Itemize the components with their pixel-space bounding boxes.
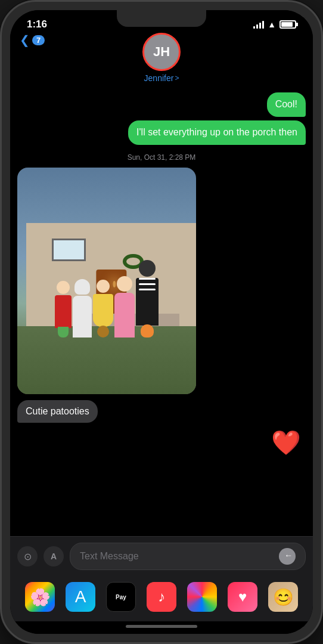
back-chevron-icon: ❮ xyxy=(20,33,30,47)
applepay-icon: Pay xyxy=(116,594,126,600)
appstore-icon: A xyxy=(75,587,86,606)
camera-icon: ⊙ xyxy=(24,551,32,562)
message-input-placeholder: Text Message xyxy=(80,551,139,562)
volume-up-button[interactable] xyxy=(0,97,2,127)
heart-emoji: ❤️ xyxy=(271,429,301,456)
camera-button[interactable]: ⊙ xyxy=(17,546,38,566)
message-bubble-porch: I'll set everything up on the porch then xyxy=(128,120,306,145)
figure-1-body xyxy=(55,295,72,328)
figure-5-head xyxy=(139,260,156,277)
figure-5-basket xyxy=(141,324,154,338)
figure-5-body xyxy=(136,278,159,326)
contact-name-text: Jennifer xyxy=(144,73,174,83)
figure-5-skeleton xyxy=(136,260,159,338)
figure-1-basket xyxy=(58,327,69,338)
battery-icon xyxy=(279,20,296,29)
skeleton-line-2 xyxy=(139,283,156,285)
avatar-ring: JH xyxy=(142,33,181,71)
contact-name[interactable]: Jennifer > xyxy=(144,73,179,83)
photos-icon: 🌸 xyxy=(30,587,51,607)
figure-3-basket xyxy=(97,326,109,338)
music-icon: ♪ xyxy=(158,589,165,605)
figure-2-head xyxy=(74,279,90,295)
status-time: 1:16 xyxy=(27,18,47,30)
figure-4-head xyxy=(117,276,132,292)
photo-container xyxy=(17,168,196,394)
message-input-area: ⊙ A Text Message ↑ xyxy=(10,536,313,576)
figure-3 xyxy=(93,280,113,338)
message-timestamp: Sun, Oct 31, 2:28 PM xyxy=(17,153,306,162)
message-text-porch: I'll set everything up on the porch then xyxy=(136,127,297,137)
dock-app-applepay[interactable]: Pay xyxy=(106,582,136,612)
figure-4 xyxy=(114,276,135,338)
figure-2-body xyxy=(73,296,92,338)
dock-app-music[interactable]: ♪ xyxy=(147,582,176,612)
home-indicator-bar[interactable] xyxy=(126,625,197,628)
apps-button[interactable]: A xyxy=(44,546,64,566)
hearts-icon: ♥ xyxy=(238,589,247,605)
skeleton-line-3 xyxy=(139,289,156,290)
app-dock: 🌸 A Pay ♪ ♥ 😊 xyxy=(10,576,313,621)
figure-4-body xyxy=(114,293,135,338)
back-badge: 7 xyxy=(32,35,45,45)
contact-name-chevron-icon: > xyxy=(175,74,179,82)
signal-icon xyxy=(253,20,264,29)
skeleton-line-1 xyxy=(139,278,156,280)
figure-3-body xyxy=(93,294,113,327)
wifi-icon: ▲ xyxy=(268,20,276,29)
send-button[interactable]: ↑ xyxy=(279,548,296,565)
dock-app-hearts[interactable]: ♥ xyxy=(228,582,257,612)
avatar-initials: JH xyxy=(153,44,170,60)
dock-app-photos[interactable]: 🌸 xyxy=(25,582,55,612)
memoji-icon: 😊 xyxy=(273,587,294,607)
phone-screen: 1:16 ▲ ❮ 7 JH xyxy=(10,10,313,634)
message-input-container[interactable]: Text Message ↑ xyxy=(70,543,306,570)
figure-1-head xyxy=(57,281,70,294)
dock-app-circle[interactable] xyxy=(187,582,217,612)
dock-app-memoji[interactable]: 😊 xyxy=(268,582,298,612)
costume-figures xyxy=(17,190,196,338)
caption-text: Cutie patooties xyxy=(26,406,89,416)
heart-reaction[interactable]: ❤️ xyxy=(271,429,301,457)
figure-2 xyxy=(73,279,92,338)
phone-frame: 1:16 ▲ ❮ 7 JH xyxy=(0,0,323,644)
photo-message[interactable] xyxy=(17,168,196,394)
home-indicator-area xyxy=(10,621,313,634)
message-text-cool: Cool! xyxy=(275,99,297,109)
notch xyxy=(117,10,206,27)
send-arrow-icon: ↑ xyxy=(282,554,292,558)
dock-app-appstore[interactable]: A xyxy=(66,582,95,612)
status-icons: ▲ xyxy=(253,20,296,29)
figure-1 xyxy=(55,281,72,338)
contact-avatar-wrapper[interactable]: JH xyxy=(142,33,181,71)
skeleton-lines xyxy=(139,278,156,290)
figure-3-head xyxy=(97,280,110,293)
volume-down-button[interactable] xyxy=(0,136,2,166)
message-bubble-cool: Cool! xyxy=(267,92,306,117)
nav-header: ❮ 7 JH Jennifer > xyxy=(10,33,313,88)
silent-switch-button[interactable] xyxy=(0,61,2,82)
apps-icon: A xyxy=(51,552,57,561)
photo-scene xyxy=(17,168,196,394)
caption-bubble: Cutie patooties xyxy=(17,400,98,423)
back-button[interactable]: ❮ 7 xyxy=(20,33,45,47)
messages-area[interactable]: Cool! I'll set everything up on the porc… xyxy=(10,88,313,536)
